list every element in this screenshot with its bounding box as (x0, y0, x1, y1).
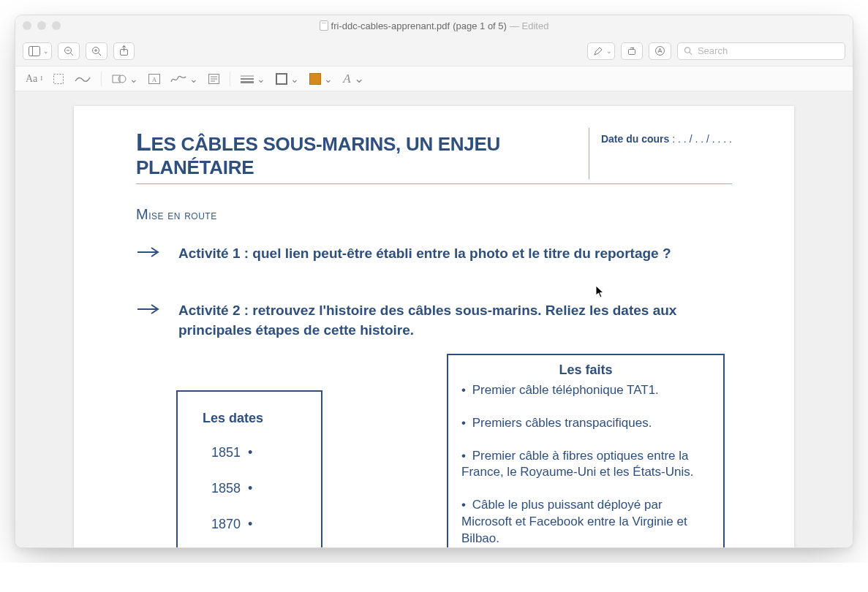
date-item: 1858• (200, 481, 299, 496)
svg-text:A: A (152, 75, 157, 83)
fact-item: • Premier câble téléphonique TAT1. (461, 382, 710, 399)
search-input[interactable] (696, 45, 839, 57)
fact-item: • Câble le plus puissant déployé par Mic… (461, 497, 710, 547)
window-title: fri-ddc-cables-apprenant.pdf (page 1 of … (15, 20, 853, 31)
shapes-button[interactable]: ⌄ (112, 73, 138, 85)
border-color-button[interactable]: ⌄ (276, 73, 299, 85)
document-viewport[interactable]: LES CÂBLES SOUS-MARINS, UN ENJEU PLANÉTA… (15, 91, 853, 547)
date-item: 1870• (200, 517, 299, 532)
search-icon (684, 46, 692, 56)
document-icon (320, 20, 328, 31)
activity-1: Activité 1 : quel lien peut-être établi … (136, 243, 732, 264)
primary-toolbar: ⌄ ⌄ (15, 36, 853, 67)
chevron-down-icon: ⌄ (43, 48, 49, 55)
exercise-columns: Les dates 1851• 1858• 1870• 1902• 1956• … (136, 354, 732, 547)
zoom-window-button[interactable] (52, 21, 61, 30)
document-title: LES CÂBLES SOUS-MARINS, UN ENJEU PLANÉTA… (136, 128, 580, 179)
line-style-button[interactable]: ⌄ (241, 73, 265, 85)
svg-rect-11 (629, 49, 635, 54)
text-style-button[interactable]: AaI (26, 73, 42, 85)
pdf-page: LES CÂBLES SOUS-MARINS, UN ENJEU PLANÉTA… (74, 106, 794, 547)
sketch-tool-button[interactable] (75, 74, 91, 84)
cursor-icon (595, 285, 605, 298)
sidebar-toggle-button[interactable]: ⌄ (23, 42, 52, 60)
document-header: LES CÂBLES SOUS-MARINS, UN ENJEU PLANÉTA… (136, 128, 732, 184)
course-date-field: Date du cours: . . / . . / . . . . (589, 128, 732, 179)
zoom-in-button[interactable] (86, 42, 107, 60)
font-button[interactable]: A⌄ (343, 71, 363, 86)
svg-line-14 (690, 52, 692, 54)
arrow-icon (136, 243, 161, 264)
sign-button[interactable]: ⌄ (170, 73, 198, 85)
close-window-button[interactable] (23, 21, 31, 30)
fact-item: • Premier câble à fibres optiques entre … (461, 448, 710, 482)
titlebar: fri-ddc-cables-apprenant.pdf (page 1 of … (15, 15, 853, 36)
activity-2: Activité 2 : retrouvez l'histoire des câ… (136, 300, 732, 341)
dates-header: Les dates (203, 411, 299, 426)
highlight-button[interactable]: ⌄ (587, 42, 615, 60)
fill-color-button[interactable]: ⌄ (309, 73, 333, 85)
zoom-out-button[interactable] (58, 42, 80, 60)
search-field[interactable] (677, 42, 845, 60)
svg-line-3 (71, 53, 74, 56)
svg-rect-0 (29, 46, 40, 56)
app-window: fri-ddc-cables-apprenant.pdf (page 1 of … (15, 15, 853, 548)
activity-2-text: Activité 2 : retrouvez l'histoire des câ… (178, 300, 732, 341)
fact-item: • Premiers câbles transpacifiques. (461, 415, 710, 432)
window-filename: fri-ddc-cables-apprenant.pdf (331, 20, 450, 31)
activity-1-text: Activité 1 : quel lien peut-être établi … (178, 243, 671, 264)
arrow-icon (136, 300, 161, 341)
chevron-down-icon: ⌄ (606, 48, 612, 55)
window-controls (23, 21, 61, 30)
svg-point-13 (684, 48, 690, 53)
selection-tool-button[interactable] (53, 73, 64, 85)
section-heading: Mise en route (136, 206, 732, 223)
svg-rect-15 (54, 74, 64, 83)
note-button[interactable] (208, 74, 219, 84)
dates-box: Les dates 1851• 1858• 1870• 1902• 1956• (176, 390, 322, 547)
markup-button[interactable] (649, 42, 671, 60)
share-button[interactable] (113, 42, 135, 60)
svg-line-6 (99, 53, 102, 56)
annotation-toolbar: AaI ⌄ A ⌄ ⌄ ⌄ ⌄ A⌄ (15, 67, 853, 91)
facts-header: Les faits (461, 363, 710, 378)
rotate-button[interactable] (621, 42, 643, 60)
window-edited-indicator: — Edited (510, 20, 548, 31)
text-box-button[interactable]: A (148, 74, 160, 84)
window-page-indicator: (page 1 of 5) (453, 20, 507, 31)
facts-box: Les faits • Premier câble téléphonique T… (447, 354, 725, 547)
date-item: 1851• (200, 445, 299, 460)
minimize-window-button[interactable] (37, 21, 46, 30)
